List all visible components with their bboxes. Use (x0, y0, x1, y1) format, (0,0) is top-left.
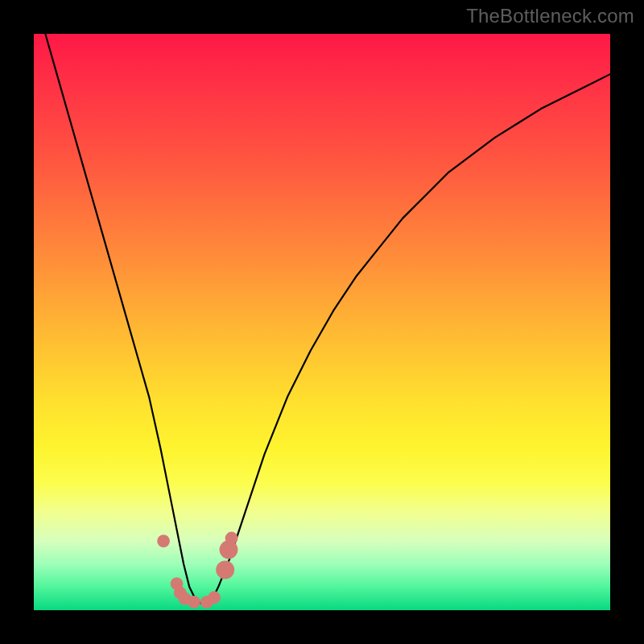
curve-marker (208, 591, 221, 604)
curve-marker (225, 532, 238, 545)
curve-svg (34, 34, 610, 610)
watermark-text: TheBottleneck.com (466, 5, 634, 27)
curve-markers (157, 532, 237, 609)
curve-marker (157, 535, 170, 547)
chart-frame: TheBottleneck.com (0, 0, 644, 644)
curve-marker (216, 560, 234, 579)
plot-area (34, 34, 610, 610)
bottleneck-curve-path (45, 34, 610, 603)
curve-marker (188, 596, 200, 609)
